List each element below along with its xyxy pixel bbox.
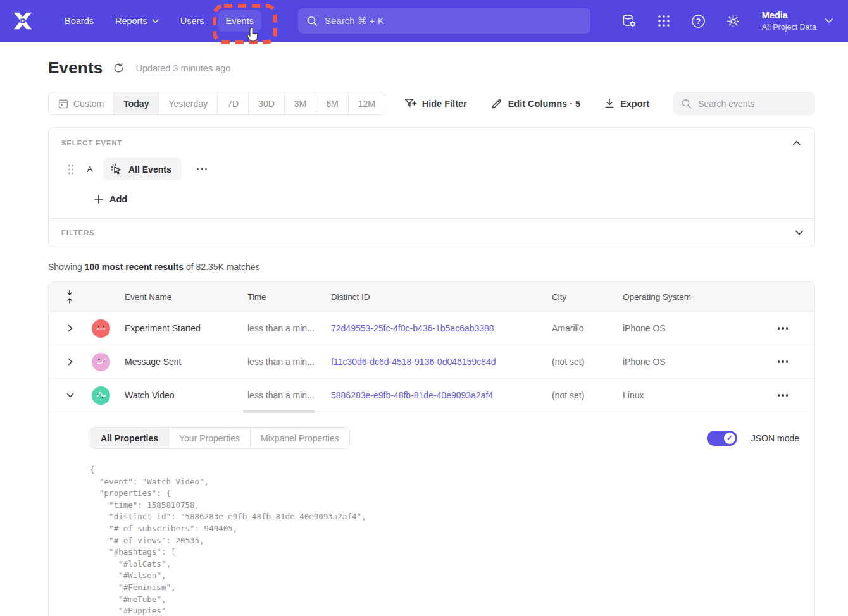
tab-label: All Properties [101, 433, 158, 443]
nav-item-users[interactable]: Users [173, 10, 212, 32]
date-option-label: Custom [73, 99, 104, 109]
global-search-input[interactable]: Search ⌘ + K [298, 8, 590, 34]
chevron-down-icon [152, 19, 159, 23]
event-row-letter: A [85, 164, 94, 174]
tab-label: Your Properties [179, 433, 240, 443]
row-menu-button[interactable] [774, 357, 792, 367]
cell-distinct-id-link[interactable]: 5886283e-e9fb-48fb-81de-40e9093a2af4 [331, 390, 552, 400]
edit-columns-button[interactable]: Edit Columns · 5 [491, 98, 580, 109]
json-mode-label: JSON mode [751, 433, 799, 443]
tab-all-properties[interactable]: All Properties [90, 428, 169, 448]
cell-distinct-id-link[interactable]: 72d49553-25fc-4f0c-b436-1b5ac6ab3388 [331, 323, 552, 333]
top-nav: Boards Reports Users Events Search ⌘ + K [0, 0, 848, 42]
primary-nav: Boards Reports Users Events [57, 10, 261, 32]
cell-time: less than a min... [247, 323, 331, 333]
apps-grid-icon[interactable] [656, 13, 671, 28]
table-row-expanded[interactable]: Watch Video less than a min... 5886283e-… [49, 379, 814, 412]
refresh-icon[interactable] [113, 62, 125, 75]
cell-time: less than a min... [247, 357, 331, 367]
hide-filter-label: Hide Filter [422, 99, 467, 109]
event-row-more-button[interactable] [193, 164, 211, 175]
column-header-os[interactable]: Operating System [623, 292, 747, 302]
nav-item-label: Reports [115, 16, 147, 26]
date-range-segmented-control: Custom Today Yesterday 7D 30D 3M 6M 12M [48, 92, 385, 115]
drag-handle-icon[interactable] [68, 164, 77, 175]
mixpanel-logo-icon[interactable] [13, 11, 33, 30]
date-option-30d[interactable]: 30D [249, 92, 285, 114]
cell-city: (not set) [552, 390, 623, 400]
nav-item-reports[interactable]: Reports [108, 10, 166, 32]
column-header-distinct-id[interactable]: Distinct ID [331, 292, 552, 302]
cell-city: (not set) [552, 357, 623, 367]
download-icon [604, 98, 614, 109]
filter-funnel-icon [404, 98, 416, 109]
date-option-custom[interactable]: Custom [49, 92, 114, 114]
search-events-input[interactable]: Search events [673, 92, 815, 115]
summary-prefix: Showing [48, 262, 85, 272]
event-avatar [92, 353, 110, 371]
cell-time: less than a min... [247, 390, 331, 400]
chevron-down-icon [825, 18, 833, 23]
calendar-icon [58, 99, 68, 109]
settings-gear-icon[interactable] [726, 13, 741, 28]
date-option-label: 3M [294, 99, 306, 109]
nav-item-boards[interactable]: Boards [57, 10, 101, 32]
event-avatar [92, 319, 110, 338]
date-option-label: Today [123, 99, 149, 109]
cell-event-name: Experiment Started [125, 323, 247, 333]
table-row[interactable]: Message Sent less than a min... f11c30d6… [49, 345, 814, 379]
expand-row-icon[interactable] [66, 358, 74, 366]
nav-item-events[interactable]: Events [218, 10, 261, 32]
filters-label: FILTERS [61, 229, 95, 237]
date-option-6m[interactable]: 6M [316, 92, 348, 114]
date-option-yesterday[interactable]: Yesterday [159, 92, 218, 114]
select-event-label: SELECT EVENT [61, 139, 802, 147]
event-selector-chip[interactable]: All Events [103, 158, 182, 180]
table-row[interactable]: Experiment Started less than a min... 72… [49, 312, 814, 345]
row-menu-button[interactable] [774, 323, 792, 333]
chevron-up-icon [793, 140, 801, 145]
edit-columns-label: Edit Columns · 5 [508, 99, 580, 109]
date-option-3m[interactable]: 3M [285, 92, 316, 114]
date-option-label: Yesterday [168, 99, 208, 109]
column-header-event-name[interactable]: Event Name [125, 292, 247, 302]
add-event-label: Add [109, 194, 127, 204]
json-mode-toggle[interactable]: ✓ [707, 431, 737, 446]
horizontal-scrollbar-thumb[interactable] [243, 410, 315, 413]
pencil-icon [491, 98, 502, 109]
page-title: Events [48, 58, 103, 78]
svg-text:?: ? [696, 16, 701, 25]
plus-icon [94, 195, 103, 204]
column-header-city[interactable]: City [552, 292, 623, 302]
global-search-placeholder: Search ⌘ + K [325, 15, 384, 27]
collapse-section-button[interactable] [789, 135, 804, 151]
tab-mixpanel-properties[interactable]: Mixpanel Properties [251, 428, 349, 448]
tab-your-properties[interactable]: Your Properties [169, 428, 251, 448]
help-icon[interactable]: ? [691, 13, 706, 28]
data-management-icon[interactable] [621, 13, 637, 28]
project-name: Media [762, 9, 816, 22]
last-updated-text: Updated 3 minutes ago [135, 63, 230, 73]
event-avatar [92, 386, 110, 405]
date-option-today[interactable]: Today [114, 92, 159, 114]
date-option-label: 12M [358, 99, 375, 109]
event-json-view: { "event": "Watch Video", "properties": … [90, 464, 799, 616]
hide-filter-button[interactable]: Hide Filter [404, 98, 467, 109]
add-event-button[interactable]: Add [94, 194, 802, 204]
date-option-label: 7D [227, 99, 239, 109]
date-option-12m[interactable]: 12M [349, 92, 385, 114]
project-switcher[interactable]: Media All Project Data [762, 9, 833, 32]
nav-item-label: Users [180, 16, 204, 26]
cell-distinct-id-link[interactable]: f11c30d6-dc6d-4518-9136-0d046159c84d [331, 357, 552, 367]
row-menu-button[interactable] [774, 390, 792, 400]
filters-section-toggle[interactable]: FILTERS [49, 218, 814, 247]
collapse-row-icon[interactable] [66, 391, 74, 399]
expand-row-icon[interactable] [66, 324, 74, 332]
event-chip-label: All Events [128, 164, 171, 175]
chevron-down-icon [795, 230, 803, 235]
column-header-time[interactable]: Time [247, 292, 331, 302]
export-button[interactable]: Export [604, 98, 649, 109]
date-option-7d[interactable]: 7D [218, 92, 249, 114]
summary-count: 100 most recent results [85, 262, 184, 272]
collapse-all-rows-icon[interactable] [65, 290, 74, 304]
